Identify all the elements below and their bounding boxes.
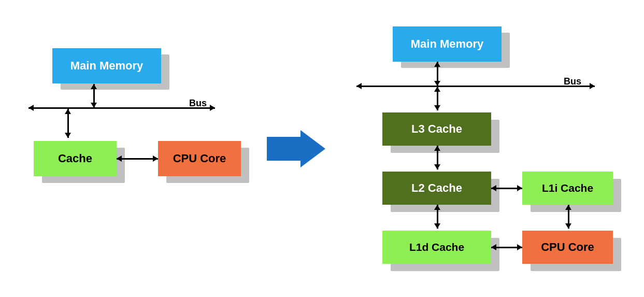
l1d-cache-box: L1d Cache	[382, 231, 491, 264]
cpu-core-label-right: CPU Core	[541, 241, 594, 254]
cpu-core-box-right: CPU Core	[522, 231, 613, 264]
bus-line-right	[356, 86, 595, 87]
cpu-core-label-left: CPU Core	[173, 152, 226, 165]
v-arrow-l1i-cpu	[568, 205, 569, 229]
arrow-body	[267, 137, 300, 161]
l2-cache-box: L2 Cache	[382, 172, 491, 205]
bus-label-right: Bus	[564, 76, 581, 87]
main-memory-box-right: Main Memory	[393, 26, 502, 62]
v-arrow-l2-l1d	[437, 205, 438, 229]
v-arrow-bus-l3	[437, 87, 438, 110]
cache-label-left: Cache	[58, 152, 92, 165]
h-arrow-l1d-cpu	[491, 247, 522, 248]
h-arrow-l2-l1i	[491, 188, 522, 189]
cpu-core-box-left: CPU Core	[158, 141, 241, 176]
l3-cache-label: L3 Cache	[411, 122, 462, 136]
l1d-cache-label: L1d Cache	[409, 241, 464, 253]
v-arrow-memory-bus-right	[437, 62, 438, 86]
main-memory-box-left: Main Memory	[52, 48, 161, 83]
v-arrow-memory-bus-left	[93, 84, 95, 108]
transition-arrow	[267, 130, 325, 167]
l1i-cache-box: L1i Cache	[522, 172, 613, 205]
bus-label-left: Bus	[189, 98, 207, 109]
cache-box-left: Cache	[34, 141, 117, 176]
l2-cache-label: L2 Cache	[411, 181, 462, 195]
right-diagram: Main Memory Bus L3 Cache L2 Cache L1i Ca…	[356, 24, 626, 273]
v-arrow-l3-l2	[437, 146, 438, 169]
l1i-cache-label: L1i Cache	[542, 182, 593, 194]
main-memory-label-right: Main Memory	[411, 37, 484, 51]
main-container: Main Memory Bus Cache CPU Core	[0, 0, 644, 297]
arrow-head	[300, 130, 325, 167]
l3-cache-box: L3 Cache	[382, 112, 491, 146]
bus-line-left	[28, 107, 215, 109]
h-arrow-cache-cpu-left	[117, 158, 158, 160]
main-memory-label-left: Main Memory	[70, 59, 144, 73]
left-diagram: Main Memory Bus Cache CPU Core	[18, 40, 236, 258]
v-arrow-bus-cache-left	[67, 109, 69, 138]
